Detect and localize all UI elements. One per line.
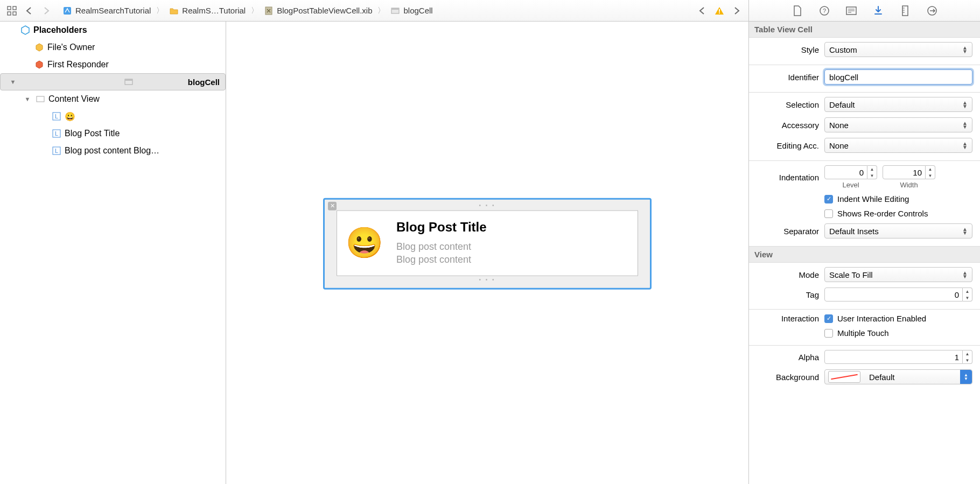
outline-content-view[interactable]: ▼ Content View — [0, 90, 226, 108]
svg-rect-2 — [8, 12, 11, 15]
resize-handle-top[interactable]: • • • — [327, 201, 648, 209]
identifier-label: Identifier — [754, 73, 819, 82]
color-swatch-icon — [828, 371, 860, 383]
shows-reorder-checkbox[interactable]: Shows Re-order Controls — [824, 209, 928, 218]
separator-select[interactable]: Default Insets▲▼ — [824, 223, 972, 239]
indent-width-stepper[interactable]: ▲▼ — [883, 165, 935, 179]
breadcrumb[interactable]: RealmSearchTutorial 〉 RealmS…Tutorial 〉 … — [58, 0, 437, 21]
tag-label: Tag — [754, 290, 819, 299]
size-inspector-icon[interactable] — [899, 5, 911, 17]
accessory-label: Accessory — [754, 121, 819, 130]
svg-rect-16 — [902, 6, 908, 16]
chevron-updown-icon: ▲▼ — [962, 46, 968, 53]
user-interaction-checkbox[interactable]: ✓User Interaction Enabled — [824, 314, 926, 323]
section-view: View — [749, 247, 980, 263]
chevron-updown-icon: ▲▼ — [960, 370, 972, 384]
multiple-touch-checkbox[interactable]: Multiple Touch — [824, 328, 889, 338]
attributes-inspector-icon[interactable] — [872, 5, 884, 17]
svg-text:L: L — [55, 148, 58, 154]
svg-rect-0 — [8, 6, 11, 10]
related-items-icon[interactable] — [5, 4, 18, 17]
disclosure-triangle-icon[interactable]: ▼ — [9, 79, 17, 85]
mode-select[interactable]: Scale To Fill▲▼ — [824, 267, 972, 282]
outline-first-responder[interactable]: First Responder — [0, 56, 226, 73]
editing-acc-select[interactable]: None▲▼ — [824, 138, 972, 153]
background-label: Background — [754, 373, 819, 382]
nav-forward-icon[interactable] — [40, 4, 53, 17]
svg-rect-7 — [391, 8, 399, 10]
alpha-stepper[interactable]: ▲▼ — [824, 350, 972, 364]
outline-label-content[interactable]: L Blog post content Blog… — [0, 142, 226, 159]
nav-back-icon[interactable] — [23, 4, 36, 17]
placeholders-header: Placeholders — [33, 25, 87, 35]
background-select[interactable]: Default ▲▼ — [824, 369, 972, 384]
outline-blogcell[interactable]: ▼ blogCell — [0, 73, 226, 90]
view-rect-icon — [36, 94, 45, 104]
outline-label-emoji[interactable]: L 😀 — [0, 108, 226, 125]
indentation-label: Indentation — [754, 173, 819, 182]
crumb-project: RealmSearchTutorial — [75, 6, 151, 15]
project-icon — [62, 6, 72, 16]
section-tableviewcell: Table View Cell — [749, 22, 980, 38]
canvas-tablecell[interactable]: ✕ • • • 😀 Blog Post Title Blog post cont… — [323, 198, 652, 290]
separator-label: Separator — [754, 227, 819, 236]
selection-select[interactable]: Default▲▼ — [824, 97, 972, 112]
style-select[interactable]: Custom▲▼ — [824, 42, 972, 57]
identity-inspector-icon[interactable] — [845, 5, 857, 17]
svg-rect-22 — [125, 79, 132, 81]
label-icon: L — [52, 111, 61, 121]
indent-level-stepper[interactable]: ▲▼ — [824, 165, 877, 179]
svg-rect-8 — [719, 9, 720, 12]
file-inspector-icon[interactable] — [792, 5, 803, 17]
outline-files-owner[interactable]: File's Owner — [0, 39, 226, 56]
editing-acc-label: Editing Acc. — [754, 141, 819, 150]
resize-handle-bottom[interactable]: • • • — [327, 276, 648, 284]
disclosure-triangle-icon[interactable]: ▼ — [24, 96, 31, 102]
cube-red-icon — [34, 60, 44, 69]
history-forward-icon[interactable] — [730, 4, 743, 17]
warning-icon[interactable] — [713, 4, 726, 17]
svg-text:?: ? — [822, 8, 825, 14]
alpha-label: Alpha — [754, 353, 819, 362]
svg-text:L: L — [55, 130, 58, 137]
canvas-content-label[interactable]: Blog post content Blog post content — [396, 240, 487, 266]
chevron-right-icon: 〉 — [249, 6, 261, 16]
svg-rect-1 — [13, 6, 16, 10]
interaction-label: Interaction — [754, 314, 819, 323]
svg-rect-3 — [13, 12, 16, 15]
tablecell-icon — [124, 77, 134, 87]
help-inspector-icon[interactable]: ? — [818, 5, 830, 17]
folder-icon — [169, 6, 179, 16]
indent-while-editing-checkbox[interactable]: ✓Indent While Editing — [824, 194, 909, 204]
svg-rect-9 — [719, 12, 720, 13]
document-outline[interactable]: Placeholders File's Owner First Responde… — [0, 22, 226, 484]
svg-rect-23 — [37, 96, 44, 102]
chevron-right-icon: 〉 — [154, 6, 166, 16]
mode-label: Mode — [754, 270, 819, 279]
canvas-content-view[interactable]: 😀 Blog Post Title Blog post content Blog… — [337, 210, 638, 276]
outline-label-title[interactable]: L Blog Post Title — [0, 125, 226, 142]
style-label: Style — [754, 45, 819, 54]
identifier-field[interactable] — [824, 69, 972, 85]
label-icon: L — [52, 146, 61, 156]
selection-label: Selection — [754, 100, 819, 109]
connections-inspector-icon[interactable] — [926, 5, 938, 17]
label-icon: L — [52, 129, 61, 138]
chevron-right-icon: 〉 — [375, 6, 387, 16]
interface-builder-canvas[interactable]: ✕ • • • 😀 Blog Post Title Blog post cont… — [226, 22, 748, 484]
accessory-select[interactable]: None▲▼ — [824, 117, 972, 132]
svg-text:L: L — [55, 113, 58, 120]
tag-stepper[interactable]: ▲▼ — [824, 287, 972, 301]
placeholders-icon — [20, 25, 30, 35]
crumb-file: BlogPostTableViewCell.xib — [277, 6, 372, 15]
xib-file-icon — [264, 6, 274, 16]
close-icon[interactable]: ✕ — [328, 201, 337, 210]
canvas-title-label[interactable]: Blog Post Title — [396, 219, 487, 234]
crumb-folder: RealmS…Tutorial — [182, 6, 246, 15]
crumb-object: blogCell — [403, 6, 432, 15]
canvas-emoji-label[interactable]: 😀 — [346, 227, 383, 257]
history-back-icon[interactable] — [696, 4, 709, 17]
cube-icon — [34, 43, 44, 52]
attributes-inspector-panel: Table View Cell Style Custom▲▼ Identifie… — [748, 22, 980, 484]
view-icon — [390, 6, 400, 16]
